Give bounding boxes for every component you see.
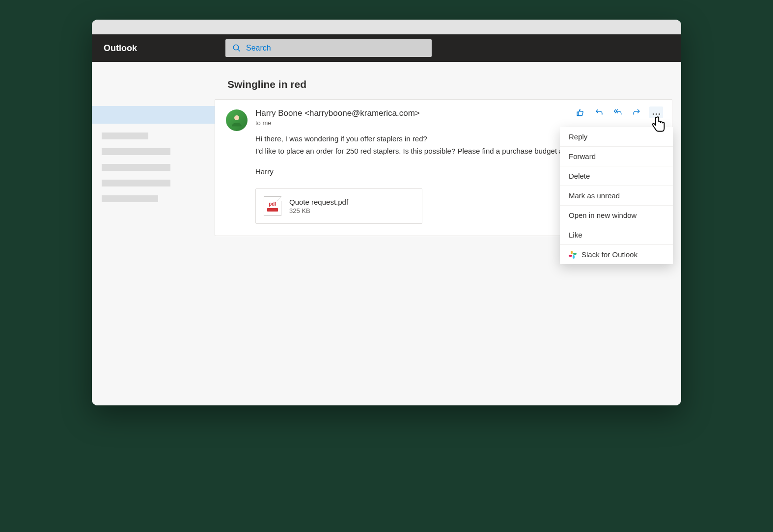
attachment-name: Quote request.pdf xyxy=(289,198,348,206)
attachment-size: 325 KB xyxy=(289,207,348,214)
pdf-icon: pdf xyxy=(264,196,281,216)
context-menu: Reply Forward Delete Mark as unread Open… xyxy=(560,127,673,264)
app-header: Outlook Search xyxy=(92,34,681,62)
message-actions xyxy=(575,106,663,118)
menu-item-slack[interactable]: Slack for Outlook xyxy=(560,245,673,264)
menu-item-like[interactable]: Like xyxy=(560,225,673,245)
svg-point-2 xyxy=(234,115,239,120)
window-titlebar xyxy=(92,20,681,34)
forward-button[interactable] xyxy=(631,106,642,118)
search-placeholder: Search xyxy=(246,44,271,53)
sidebar-item-placeholder xyxy=(102,148,170,155)
pdf-type-label: pdf xyxy=(269,202,276,207)
reply-icon xyxy=(595,108,604,117)
message-card: Harry Boone <harryboone@kramerica.com> t… xyxy=(215,99,672,236)
more-actions-button[interactable] xyxy=(649,106,663,118)
thumbs-up-icon xyxy=(576,108,585,117)
sidebar-item-placeholder xyxy=(102,195,158,202)
menu-item-slack-label: Slack for Outlook xyxy=(581,250,637,259)
sidebar-item-active[interactable] xyxy=(92,106,215,124)
email-subject: Swingline in red xyxy=(215,74,672,99)
search-icon xyxy=(232,44,241,53)
ellipsis-icon xyxy=(652,108,661,117)
sidebar xyxy=(92,62,215,405)
menu-item-delete[interactable]: Delete xyxy=(560,166,673,186)
menu-item-mark-unread[interactable]: Mark as unread xyxy=(560,186,673,206)
like-button[interactable] xyxy=(575,106,586,118)
reply-all-button[interactable] xyxy=(612,106,624,118)
sidebar-item-placeholder xyxy=(102,180,170,186)
sidebar-item-placeholder xyxy=(102,164,170,171)
content-area: Swingline in red Harry Boone <harryboone… xyxy=(92,62,681,405)
sidebar-item-placeholder xyxy=(102,133,148,139)
reply-all-icon xyxy=(613,108,622,117)
search-input[interactable]: Search xyxy=(225,39,432,57)
recipient-line: to me xyxy=(255,119,661,127)
app-window: Outlook Search Swingline in red H xyxy=(92,20,681,405)
sender-avatar[interactable] xyxy=(226,109,248,131)
menu-item-reply[interactable]: Reply xyxy=(560,127,673,147)
svg-line-1 xyxy=(238,49,240,52)
menu-item-open-new-window[interactable]: Open in new window xyxy=(560,206,673,225)
attachment-chip[interactable]: pdf Quote request.pdf 325 KB xyxy=(255,188,422,224)
app-name: Outlook xyxy=(104,43,137,53)
main-pane: Swingline in red Harry Boone <harryboone… xyxy=(215,62,681,405)
slack-icon xyxy=(569,251,577,259)
reply-button[interactable] xyxy=(593,106,605,118)
forward-icon xyxy=(632,108,641,117)
menu-item-forward[interactable]: Forward xyxy=(560,147,673,166)
svg-point-0 xyxy=(233,45,239,50)
